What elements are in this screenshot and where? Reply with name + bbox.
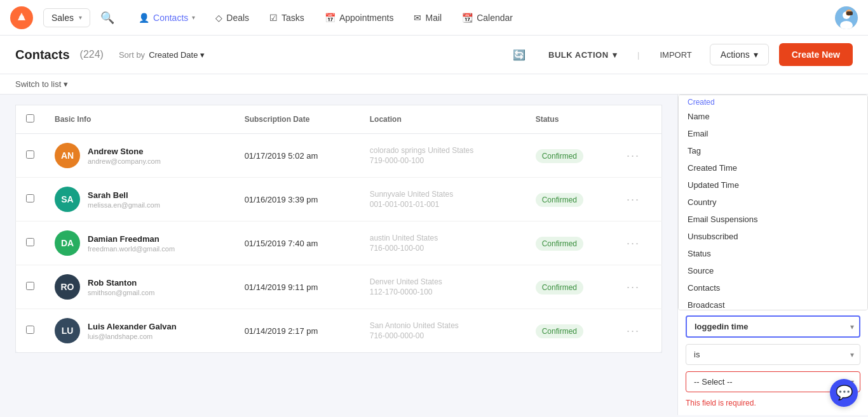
table-row: AN Andrew Stone andrew@company.com 01/17… — [16, 134, 662, 178]
filter-item-unsubscribed[interactable]: Unsubscribed — [679, 228, 867, 245]
calendar-nav-label: Calendar — [477, 13, 513, 23]
actions-chevron-icon: ▾ — [754, 50, 758, 60]
sort-by-value[interactable]: Created Date ▾ — [149, 50, 205, 60]
sort-by-label: Sort by — [119, 50, 145, 60]
calendar-icon: 📆 — [462, 13, 473, 23]
more-options-button[interactable]: ··· — [627, 237, 640, 249]
row-checkbox[interactable] — [26, 194, 34, 202]
row-checkbox[interactable] — [26, 326, 34, 334]
table-row: LU Luis Alexander Galvan luis@landshape.… — [16, 309, 662, 353]
sales-selector[interactable]: Sales ▾ — [43, 8, 90, 27]
filter-item-email[interactable]: Email — [679, 125, 867, 142]
appointments-icon: 📅 — [325, 13, 336, 23]
location-city: colorado springs United States — [370, 146, 515, 155]
sidebar-item-mail[interactable]: ✉ Mail — [405, 8, 451, 28]
row-more[interactable]: ··· — [616, 265, 661, 309]
row-more[interactable]: ··· — [616, 178, 661, 222]
actions-label: Actions — [721, 50, 750, 60]
condition-select[interactable]: is is not contains is empty is not empty — [686, 344, 860, 365]
row-checkbox[interactable] — [26, 150, 34, 159]
filter-item-status[interactable]: Status — [679, 245, 867, 262]
contact-name: Damian Freedman — [88, 234, 175, 244]
page-count: (224) — [80, 49, 104, 60]
more-options-button[interactable]: ··· — [627, 193, 640, 206]
filter-item-tag[interactable]: Tag — [679, 142, 867, 159]
contact-info: Rob Stanton smithson@gmail.com — [88, 278, 154, 296]
status-badge: Confirmed — [536, 281, 583, 295]
tasks-nav-label: Tasks — [281, 13, 304, 23]
create-new-button[interactable]: Create New — [779, 43, 853, 66]
status-badge: Confirmed — [536, 149, 583, 163]
avatar[interactable] — [835, 6, 858, 29]
more-options-button[interactable]: ··· — [627, 149, 640, 162]
row-more[interactable]: ··· — [616, 222, 661, 265]
refresh-button[interactable]: 🔄 — [513, 49, 526, 61]
select-all-checkbox[interactable] — [26, 114, 34, 122]
sidebar-item-deals[interactable]: ◇ Deals — [207, 8, 258, 28]
switch-to-list-button[interactable]: Switch to list ▾ — [15, 79, 853, 89]
page-title: Contacts — [15, 48, 70, 62]
row-location: Denver United States 112-170-0000-100 — [360, 265, 526, 309]
main-layout: Basic Info Subscription Date Location St… — [0, 95, 868, 415]
nav-items: 👤 Contacts ▾ ◇ Deals ☑ Tasks 📅 Appointme… — [130, 8, 835, 28]
row-checkbox-cell[interactable] — [16, 309, 45, 353]
condition-select-wrapper: is is not contains is empty is not empty — [686, 344, 860, 365]
sidebar-item-contacts[interactable]: 👤 Contacts ▾ — [130, 8, 204, 28]
avatar: SA — [55, 187, 80, 212]
status-badge: Confirmed — [536, 324, 583, 338]
table-row: SA Sarah Bell melissa.en@gmail.com 01/16… — [16, 178, 662, 222]
sidebar-item-calendar[interactable]: 📆 Calendar — [453, 8, 522, 28]
filter-item-source[interactable]: Source — [679, 262, 867, 279]
location-phone: 112-170-0000-100 — [370, 288, 515, 296]
avatar: LU — [55, 318, 80, 343]
filter-item-country[interactable]: Country — [679, 194, 867, 211]
row-status: Confirmed — [526, 178, 616, 222]
filter-fields-list[interactable]: CreatedNameEmailTagCreated TimeUpdated T… — [678, 95, 868, 310]
bulk-action-button[interactable]: BULK ACTION ▾ — [541, 45, 625, 65]
contacts-table: Basic Info Subscription Date Location St… — [15, 105, 662, 353]
contact-email: freedman.world@gmail.com — [88, 245, 175, 253]
filter-item-name[interactable]: Name — [679, 108, 867, 125]
svg-point-1 — [19, 15, 24, 20]
row-subscription-date: 01/14/2019 9:11 pm — [234, 265, 360, 309]
mail-nav-label: Mail — [425, 13, 442, 23]
location-phone: 716-000-000-00 — [370, 331, 515, 340]
chat-widget-button[interactable]: 💬 — [830, 379, 858, 407]
row-location: Sunnyvale United States 001-001-001-01-0… — [360, 178, 526, 222]
bulk-action-chevron-icon: ▾ — [613, 50, 618, 60]
contact-email: smithson@gmail.com — [88, 289, 154, 296]
import-button[interactable]: IMPORT — [652, 45, 699, 65]
row-status: Confirmed — [526, 265, 616, 309]
row-location: San Antonio United States 716-000-000-00 — [360, 309, 526, 353]
filter-item-contacts[interactable]: Contacts — [679, 279, 867, 296]
row-checkbox-cell[interactable] — [16, 178, 45, 222]
sidebar-item-appointments[interactable]: 📅 Appointments — [316, 8, 403, 28]
actions-button[interactable]: Actions ▾ — [710, 44, 769, 65]
deals-nav-label: Deals — [226, 13, 249, 23]
row-checkbox[interactable] — [26, 282, 34, 290]
row-more[interactable]: ··· — [616, 309, 661, 353]
filter-item-created_time[interactable]: Created Time — [679, 159, 867, 176]
filter-item-broadcast[interactable]: Broadcast — [679, 296, 867, 310]
page-header: Contacts (224) Sort by Created Date ▾ 🔄 … — [0, 36, 868, 74]
col-location: Location — [360, 105, 526, 134]
select-all-header[interactable] — [16, 105, 45, 134]
filter-item-updated_time[interactable]: Updated Time — [679, 176, 867, 194]
more-options-button[interactable]: ··· — [627, 281, 640, 293]
app-logo[interactable] — [10, 6, 33, 29]
row-checkbox-cell[interactable] — [16, 134, 45, 178]
row-checkbox-cell[interactable] — [16, 222, 45, 265]
row-location: colorado springs United States 719-000-0… — [360, 134, 526, 178]
contact-info: Luis Alexander Galvan luis@landshape.com — [88, 322, 177, 340]
filter-item-email_suspensions[interactable]: Email Suspensions — [679, 211, 867, 228]
row-checkbox-cell[interactable] — [16, 265, 45, 309]
contact-name: Andrew Stone — [88, 147, 161, 156]
sidebar-item-tasks[interactable]: ☑ Tasks — [261, 8, 313, 28]
row-checkbox[interactable] — [26, 238, 34, 246]
location-city: austin United States — [370, 234, 515, 242]
more-options-button[interactable]: ··· — [627, 324, 640, 337]
custom-field-select[interactable]: loggedin time — [686, 315, 860, 338]
search-icon[interactable]: 🔍 — [100, 11, 114, 25]
row-more[interactable]: ··· — [616, 134, 661, 178]
filter-panel: CreatedNameEmailTagCreated TimeUpdated T… — [677, 95, 868, 415]
